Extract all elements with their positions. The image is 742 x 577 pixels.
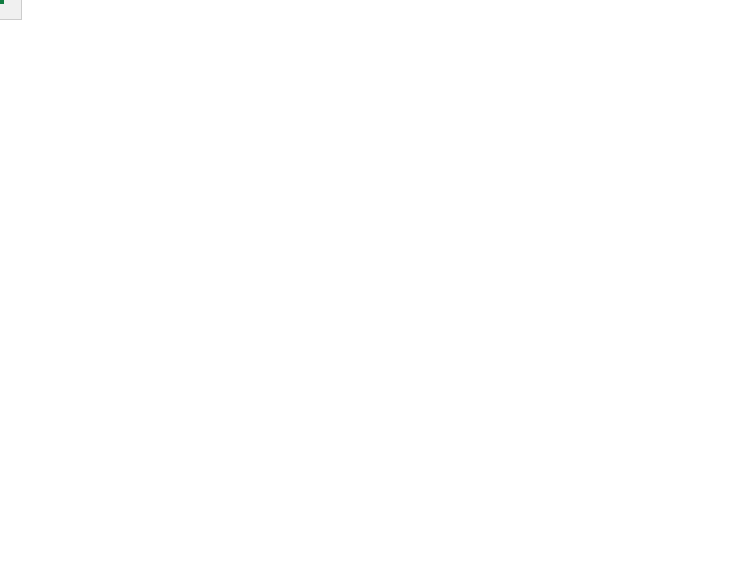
spreadsheet [0,0,742,577]
select-all-corner[interactable] [0,0,22,20]
